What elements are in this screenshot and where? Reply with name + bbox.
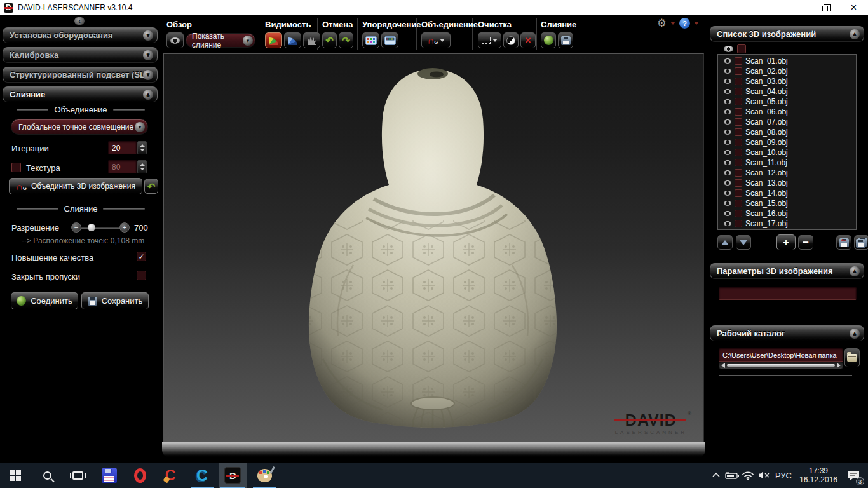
scan-list-item[interactable]: Scan_03.obj bbox=[718, 76, 856, 86]
show-mode-dropdown[interactable]: Показать слияние ▾ bbox=[186, 33, 255, 48]
chevron-down-icon[interactable]: ▾ bbox=[143, 50, 153, 60]
eye-icon[interactable] bbox=[724, 69, 731, 74]
search-button[interactable] bbox=[36, 463, 58, 488]
combine-scans-button[interactable]: ∩G Объединить 3D изображения bbox=[9, 178, 142, 194]
eye-icon[interactable] bbox=[724, 201, 731, 206]
help-icon[interactable]: ? bbox=[679, 18, 690, 29]
scan-list-item[interactable]: Scan_08.obj bbox=[718, 127, 856, 137]
eye-icon[interactable] bbox=[724, 191, 731, 196]
spinner-arrows[interactable] bbox=[137, 160, 147, 173]
selection-tool-button[interactable] bbox=[478, 32, 501, 48]
section-hardware-setup[interactable]: Установка оборудования ▾ bbox=[3, 27, 158, 43]
wifi-indicator[interactable] bbox=[740, 463, 756, 488]
scan-list-item[interactable]: Scan_02.obj bbox=[718, 66, 856, 76]
scan-list-item[interactable]: Scan_15.obj bbox=[718, 198, 856, 208]
minimize-button[interactable] bbox=[782, 0, 811, 15]
spinner-arrows[interactable] bbox=[137, 141, 147, 154]
taskbar-app-david[interactable] bbox=[219, 463, 247, 488]
clock[interactable]: 17:39 16.12.2016 bbox=[796, 463, 841, 488]
chevron-down-icon[interactable]: ▾ bbox=[143, 30, 153, 41]
texture-view-button[interactable] bbox=[265, 32, 282, 48]
quality-checkbox[interactable]: ✓ bbox=[137, 252, 146, 261]
taskbar-app-ccleaner[interactable]: C bbox=[158, 463, 183, 488]
collapse-left-panel-button[interactable]: ‹ bbox=[74, 17, 85, 25]
start-button[interactable] bbox=[4, 463, 27, 488]
scan-checkbox[interactable] bbox=[735, 78, 742, 85]
fuse-button[interactable]: Соединить bbox=[11, 292, 78, 309]
section-fusion[interactable]: Слияние ▴ bbox=[3, 86, 158, 102]
browse-folder-button[interactable] bbox=[844, 348, 860, 367]
gear-icon[interactable]: ⚙ bbox=[657, 17, 667, 30]
viewport-3d[interactable]: DAVID® LASERSCANNER bbox=[163, 53, 704, 442]
eye-icon[interactable] bbox=[724, 211, 731, 216]
restore-button[interactable] bbox=[811, 0, 839, 15]
scan-checkbox[interactable] bbox=[735, 98, 742, 105]
scan-list-item[interactable]: Scan_06.obj bbox=[718, 107, 856, 117]
section-structured-light[interactable]: Структурированный подсвет (SL) ▾ bbox=[3, 67, 158, 83]
chevron-up-icon[interactable]: ▴ bbox=[850, 29, 860, 39]
scan-params-field[interactable] bbox=[719, 287, 857, 300]
taskbar-app-c[interactable]: C bbox=[189, 463, 215, 488]
master-eye-icon[interactable] bbox=[724, 46, 733, 52]
chevron-down-icon[interactable]: ▾ bbox=[243, 36, 253, 46]
language-indicator[interactable]: РУС bbox=[771, 463, 796, 488]
caret-down-icon[interactable] bbox=[440, 39, 445, 42]
eye-icon[interactable] bbox=[724, 109, 731, 114]
scan-list-item[interactable]: Scan_09.obj bbox=[718, 137, 856, 147]
volume-muted-indicator[interactable] bbox=[755, 463, 773, 488]
texture-checkbox[interactable] bbox=[11, 163, 21, 172]
scan-list[interactable]: Scan_01.obj Scan_02.obj Scan_03.obj Scan… bbox=[717, 54, 857, 230]
scan-checkbox[interactable] bbox=[735, 57, 742, 65]
scan-checkbox[interactable] bbox=[735, 159, 742, 166]
chevron-down-icon[interactable]: ▾ bbox=[135, 122, 145, 132]
caret-down-icon[interactable] bbox=[492, 39, 498, 42]
align-scans-button[interactable]: ∩G bbox=[421, 32, 451, 48]
battery-indicator[interactable] bbox=[723, 463, 741, 488]
scan-list-item[interactable]: Scan_04.obj bbox=[718, 86, 856, 97]
master-checkbox[interactable] bbox=[737, 44, 746, 53]
slider-minus-button[interactable]: − bbox=[71, 222, 81, 233]
eye-icon[interactable] bbox=[724, 119, 731, 125]
save-toolbar-button[interactable] bbox=[558, 32, 573, 48]
spin-down-icon[interactable] bbox=[140, 168, 145, 170]
scan-checkbox[interactable] bbox=[735, 220, 742, 227]
section-workdir[interactable]: Рабочий каталог ▴ bbox=[710, 325, 864, 341]
eye-icon[interactable] bbox=[724, 99, 731, 104]
action-center-button[interactable]: 3 bbox=[841, 463, 865, 488]
eye-icon[interactable] bbox=[724, 58, 731, 64]
chevron-up-icon[interactable]: ▴ bbox=[850, 329, 860, 339]
save-as-button[interactable]: Аз bbox=[836, 235, 851, 250]
spin-down-icon[interactable] bbox=[140, 149, 145, 151]
scan-list-item[interactable]: Scan_07.obj bbox=[718, 117, 856, 127]
scan-list-item[interactable]: Scan_12.obj bbox=[718, 168, 856, 178]
resolution-slider[interactable]: − + bbox=[71, 222, 130, 233]
scan-list-item[interactable]: Scan_13.obj bbox=[718, 178, 856, 188]
scan-checkbox[interactable] bbox=[735, 118, 742, 126]
scan-checkbox[interactable] bbox=[735, 139, 742, 146]
scroll-right-icon[interactable] bbox=[837, 363, 841, 368]
scan-list-item[interactable]: Scan_01.obj bbox=[718, 56, 856, 66]
section-calibration[interactable]: Калибровка ▾ bbox=[3, 47, 158, 63]
eye-icon[interactable] bbox=[724, 79, 731, 84]
eye-icon[interactable] bbox=[724, 180, 731, 186]
arrange-grid-button[interactable] bbox=[362, 32, 379, 48]
eye-icon[interactable] bbox=[724, 130, 731, 135]
settings-caret-icon[interactable] bbox=[670, 22, 675, 25]
spin-up-icon[interactable] bbox=[140, 144, 145, 147]
splitter-tick[interactable] bbox=[658, 444, 658, 455]
align-mode-dropdown[interactable]: Глобальное точное совмещение ▾ bbox=[11, 119, 148, 135]
eye-icon[interactable] bbox=[724, 170, 731, 175]
add-scan-button[interactable]: + bbox=[776, 234, 796, 250]
fuse-toolbar-button[interactable] bbox=[541, 32, 556, 48]
scan-checkbox[interactable] bbox=[735, 67, 742, 75]
slider-plus-button[interactable]: + bbox=[119, 222, 130, 233]
visibility-eye-button[interactable] bbox=[166, 32, 184, 48]
task-view-button[interactable] bbox=[65, 463, 90, 488]
scan-checkbox[interactable] bbox=[735, 210, 742, 217]
chevron-down-icon[interactable]: ▾ bbox=[143, 70, 153, 80]
delete-selection-button[interactable]: × bbox=[520, 32, 536, 48]
iterations-spinner[interactable]: 20 bbox=[108, 141, 147, 154]
eye-icon[interactable] bbox=[724, 140, 731, 145]
scan-list-item[interactable]: Scan_17.obj bbox=[718, 219, 856, 229]
scan-checkbox[interactable] bbox=[735, 128, 742, 136]
